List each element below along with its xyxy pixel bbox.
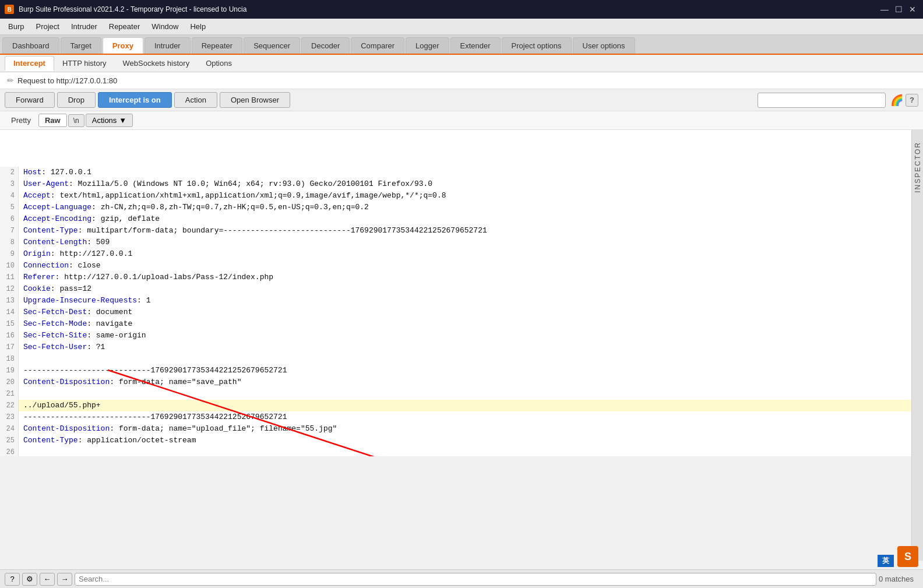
format-toolbar: Pretty Raw \n Actions ▼ — [0, 111, 923, 130]
tab-decoder[interactable]: Decoder — [301, 37, 350, 54]
code-line-11: 11Referer: http://127.0.0.1/upload-labs/… — [0, 272, 911, 283]
line-content-9: Origin: http://127.0.0.1 — [19, 248, 137, 260]
forward-button[interactable]: Forward — [5, 92, 55, 108]
actions-dropdown[interactable]: Actions ▼ — [86, 114, 133, 127]
request-label: Request to http://127.0.0.1:80 — [17, 76, 117, 85]
line-val-6: : gzip, deflate — [91, 214, 160, 223]
raw-button[interactable]: Raw — [38, 114, 67, 127]
code-line-3: 3User-Agent: Mozilla/5.0 (Windows NT 10.… — [0, 178, 911, 190]
tab-repeater[interactable]: Repeater — [192, 37, 242, 54]
menu-item-help[interactable]: Help — [184, 20, 212, 33]
tab-target[interactable]: Target — [61, 37, 101, 54]
search-input[interactable] — [75, 573, 876, 586]
line-content-7: Content-Type: multipart/form-data; bound… — [19, 225, 492, 237]
line-content-24: Content-Disposition: form-data; name="up… — [19, 423, 341, 435]
line-number-15: 15 — [0, 318, 19, 330]
newline-button[interactable]: \n — [68, 114, 84, 127]
line-number-24: 24 — [0, 423, 19, 435]
tab-extender[interactable]: Extender — [450, 37, 501, 54]
actions-label: Actions — [92, 116, 117, 125]
toolbar-search-input[interactable] — [758, 93, 886, 108]
line-val-13: : 1 — [137, 296, 150, 305]
open-browser-button[interactable]: Open Browser — [220, 92, 290, 108]
sub-tab-options[interactable]: Options — [198, 56, 240, 71]
code-line-21: 21 — [0, 388, 911, 400]
close-button[interactable]: ✕ — [907, 3, 918, 15]
line-val-20: : form-data; name="save_path" — [110, 378, 241, 386]
line-val-3: : Mozilla/5.0 (Windows NT 10.0; Win64; x… — [69, 179, 432, 188]
status-settings-button[interactable]: ⚙ — [22, 573, 37, 586]
line-content-20: Content-Disposition: form-data; name="sa… — [19, 376, 246, 388]
intercept-button[interactable]: Intercept is on — [98, 92, 172, 108]
line-key-13: Upgrade-Insecure-Requests — [23, 296, 137, 305]
pretty-button[interactable]: Pretty — [5, 114, 37, 127]
minimize-button[interactable]: — — [879, 3, 890, 15]
line-number-8: 8 — [0, 237, 19, 248]
menu-item-repeater[interactable]: Repeater — [103, 20, 146, 33]
line-number-13: 13 — [0, 295, 19, 307]
line-content-8: Content-Length: 509 — [19, 237, 114, 248]
menu-item-intruder[interactable]: Intruder — [65, 20, 103, 33]
code-line-17: 17Sec-Fetch-User: ?1 — [0, 341, 911, 353]
line-number-25: 25 — [0, 435, 19, 446]
tab-sequencer[interactable]: Sequencer — [244, 37, 300, 54]
line-val-5: : zh-CN,zh;q=0.8,zh-TW;q=0.7,zh-HK;q=0.5… — [91, 203, 369, 212]
line-key-16: Sec-Fetch-Site — [23, 331, 87, 340]
editor-area[interactable]: 2Host: 127.0.0.13User-Agent: Mozilla/5.0… — [0, 130, 911, 456]
rainbow-icon[interactable]: 🌈 — [890, 94, 903, 107]
status-back-button[interactable]: ← — [40, 573, 55, 586]
title-bar-title: Burp Suite Professional v2021.4.2 - Temp… — [19, 5, 246, 13]
line-val-10: : close — [69, 261, 101, 270]
code-line-13: 13Upgrade-Insecure-Requests: 1 — [0, 295, 911, 307]
language-badge[interactable]: 英 — [878, 555, 894, 567]
tab-logger[interactable]: Logger — [406, 37, 449, 54]
line-content-25: Content-Type: application/octet-stream — [19, 435, 200, 446]
line-key-11: Referer — [23, 273, 55, 281]
line-content-4: Accept: text/html,application/xhtml+xml,… — [19, 190, 451, 202]
tab-project-options[interactable]: Project options — [502, 37, 572, 54]
tab-user-options[interactable]: User options — [573, 37, 635, 54]
tab-intruder[interactable]: Intruder — [145, 37, 191, 54]
line-val-25: : application/octet-stream — [78, 436, 196, 445]
drop-button[interactable]: Drop — [57, 92, 96, 108]
line-key-8: Content-Length — [23, 238, 87, 247]
line-key-14: Sec-Fetch-Dest — [23, 308, 87, 316]
tab-comparer[interactable]: Comparer — [351, 37, 404, 54]
sub-tab-websockets-history[interactable]: WebSockets history — [115, 56, 198, 71]
line-content-19: ----------------------------176929017735… — [19, 365, 291, 376]
sub-tab-intercept[interactable]: Intercept — [5, 56, 54, 71]
maximize-button[interactable]: ☐ — [893, 3, 904, 15]
line-key-7: Content-Type — [23, 226, 78, 235]
line-val-16: : same-origin — [87, 331, 146, 340]
line-val-2: : 127.0.0.1 — [41, 168, 91, 177]
line-val-4: : text/html,application/xhtml+xml,applic… — [51, 191, 446, 200]
code-line-25: 25Content-Type: application/octet-stream — [0, 435, 911, 446]
line-number-18: 18 — [0, 353, 19, 365]
sub-tab-http-history[interactable]: HTTP history — [54, 56, 115, 71]
line-key-3: User-Agent — [23, 179, 69, 188]
action-button[interactable]: Action — [174, 92, 217, 108]
line-val-9: : http://127.0.0.1 — [51, 249, 132, 258]
line-number-22: 22 — [0, 400, 19, 411]
title-bar-left: B Burp Suite Professional v2021.4.2 - Te… — [5, 5, 246, 14]
line-number-23: 23 — [0, 411, 19, 423]
menu-item-project[interactable]: Project — [30, 20, 65, 33]
code-line-10: 10Connection: close — [0, 260, 911, 272]
burp-suite-icon[interactable]: S — [897, 546, 918, 567]
menu-item-burp[interactable]: Burp — [2, 20, 30, 33]
line-val-14: : document — [87, 308, 132, 316]
status-bar: ? ⚙ ← → 0 matches — [0, 569, 923, 588]
code-line-8: 8Content-Length: 509 — [0, 237, 911, 248]
inspector-label[interactable]: INSPECTOR — [914, 142, 922, 193]
inspector-sidebar[interactable]: INSPECTOR — [911, 130, 923, 561]
code-line-26: 26 — [0, 446, 911, 457]
status-forward-button[interactable]: → — [57, 573, 72, 586]
tab-proxy[interactable]: Proxy — [103, 37, 143, 54]
help-button[interactable]: ? — [906, 94, 918, 107]
status-question-button[interactable]: ? — [5, 573, 20, 586]
burp-icon: B — [5, 5, 14, 14]
line-number-9: 9 — [0, 248, 19, 260]
tab-dashboard[interactable]: Dashboard — [2, 37, 59, 54]
line-key-2: Host — [23, 168, 41, 177]
menu-item-window[interactable]: Window — [146, 20, 184, 33]
